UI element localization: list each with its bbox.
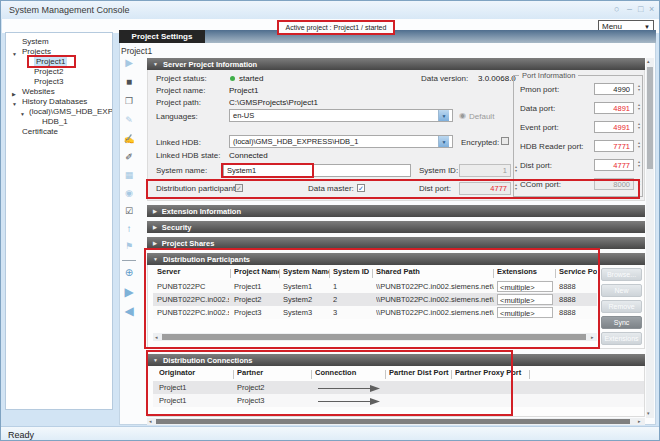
section-header-extension-information[interactable]: ▶ Extension Information bbox=[147, 205, 645, 217]
save-icon[interactable]: ▦ bbox=[121, 170, 137, 180]
app-window: System Management Console ○ – □ × Active… bbox=[0, 0, 660, 441]
scrollbar-thumb[interactable] bbox=[162, 334, 586, 340]
pin-icon[interactable]: ⚑ bbox=[121, 241, 137, 251]
section-header-project-shares[interactable]: ▶ Project Shares bbox=[147, 237, 645, 249]
scrollbar-thumb[interactable] bbox=[156, 419, 630, 424]
system-id-label: System ID: bbox=[419, 166, 458, 175]
scroll-left-icon[interactable]: ◂ bbox=[149, 418, 152, 425]
extensions-button[interactable]: Extensions bbox=[601, 332, 642, 345]
main-h-scrollbar[interactable]: ◂ ▸ bbox=[147, 418, 645, 425]
sync-button[interactable]: Sync bbox=[601, 316, 642, 329]
tree-item-certificate[interactable]: Certificate bbox=[6, 127, 112, 137]
link-hdb-icon[interactable]: ✐ bbox=[121, 152, 137, 162]
languages-dropdown[interactable]: en-US ▼ bbox=[229, 109, 453, 122]
system-name-input[interactable]: System1 bbox=[223, 164, 411, 177]
pmon-port-label: Pmon port: bbox=[520, 85, 559, 94]
tree-item-project1[interactable]: Project1 bbox=[6, 57, 112, 67]
extensions-cell[interactable]: <multiple> bbox=[497, 294, 553, 305]
dist-port-info-stepper[interactable]: 4777 bbox=[594, 159, 634, 171]
new-button[interactable]: New bbox=[601, 284, 642, 297]
forward-icon[interactable]: ▶ bbox=[121, 285, 137, 299]
edit-project-icon[interactable]: ✎ bbox=[121, 115, 137, 125]
tree-item-project3[interactable]: Project3 bbox=[6, 77, 112, 87]
tree-item-hdb1[interactable]: HDB_1 bbox=[6, 117, 112, 127]
participants-row-3[interactable]: PUNBT022PC.in002.sieme Project3 System3 … bbox=[153, 306, 597, 319]
connections-row-1[interactable]: Project1 Project2 bbox=[153, 381, 644, 394]
pmon-port-stepper[interactable]: 4990 bbox=[594, 83, 634, 95]
tree-item-project2[interactable]: Project2 bbox=[6, 67, 112, 77]
participants-row-2[interactable]: PUNBT022PC.in002.sieme Project2 System2 … bbox=[153, 293, 597, 306]
start-project-icon[interactable]: ▶ bbox=[121, 57, 137, 68]
new-project-icon[interactable]: ❐ bbox=[121, 96, 137, 106]
encrypted-label: Encrypted: bbox=[461, 138, 499, 147]
stop-circle-icon[interactable]: ◉ bbox=[121, 188, 137, 198]
add-icon[interactable]: ⊕ bbox=[121, 267, 137, 278]
scroll-up-icon[interactable]: ▴ bbox=[647, 58, 650, 65]
back-icon[interactable]: ◀ bbox=[121, 304, 137, 318]
maximize-button[interactable]: □ bbox=[638, 4, 643, 14]
connection-arrow-icon bbox=[318, 385, 380, 392]
minimize-button[interactable]: – bbox=[627, 4, 632, 14]
dist-port-info-label: Dist port: bbox=[520, 161, 552, 170]
extensions-cell[interactable]: <multiple> bbox=[497, 281, 553, 292]
scroll-left-icon[interactable]: ◂ bbox=[155, 334, 158, 341]
distribution-participant-checkbox[interactable]: ✓ bbox=[235, 184, 243, 192]
dropdown-arrow-icon[interactable]: ▼ bbox=[438, 110, 449, 121]
tree-item-projects[interactable]: ▼Projects bbox=[6, 47, 112, 57]
scrollbar-thumb[interactable] bbox=[647, 67, 653, 169]
dropdown-arrow-icon[interactable]: ▼ bbox=[438, 136, 449, 147]
window-title: System Management Console bbox=[9, 5, 130, 15]
section-header-server-project-information[interactable]: ▼ Server Project Information bbox=[147, 58, 645, 70]
extensions-cell[interactable]: <multiple> bbox=[497, 307, 553, 318]
linked-hdb-dropdown[interactable]: (local)\GMS_HDB_EXPRESS\HDB_1 ▼ bbox=[229, 135, 453, 148]
stop-project-icon[interactable]: ■ bbox=[121, 76, 137, 87]
connections-row-2[interactable]: Project1 Project3 bbox=[153, 394, 644, 407]
system-id-stepper[interactable]: 1 bbox=[459, 164, 511, 177]
spinner-arrows-icon[interactable]: ▴▾ bbox=[638, 141, 640, 149]
data-version-value: 3.0.0068.0 bbox=[478, 74, 516, 83]
main-v-scrollbar[interactable]: ▴ ▾ bbox=[646, 58, 654, 418]
data-port-stepper[interactable]: 4891 bbox=[594, 102, 634, 114]
close-button[interactable]: × bbox=[649, 4, 654, 14]
browse-button[interactable]: Browse... bbox=[601, 268, 642, 281]
status-bar bbox=[1, 426, 660, 441]
distribution-participant-label: Distribution participant: bbox=[156, 184, 237, 193]
tree-item-system[interactable]: System bbox=[6, 37, 112, 47]
spinner-arrows-icon[interactable]: ▴▾ bbox=[638, 160, 640, 168]
ccom-port-stepper[interactable]: 8000 bbox=[594, 178, 634, 190]
participants-h-scrollbar[interactable]: ◂ ▸ bbox=[153, 333, 597, 341]
tree-item-gms-hdb-express[interactable]: ▼(local)\GMS_HDB_EXPRESS bbox=[6, 107, 112, 117]
project-status-value: started bbox=[239, 74, 263, 83]
tab-project-settings[interactable]: Project Settings bbox=[119, 30, 205, 43]
default-radio[interactable]: ◉ bbox=[459, 111, 466, 120]
upload-icon[interactable]: ↑ bbox=[121, 223, 137, 234]
section-collapsed-icon: ▶ bbox=[153, 208, 157, 214]
languages-label: Languages: bbox=[156, 112, 198, 121]
project-path-value: C:\GMSProjects\Project1 bbox=[229, 98, 318, 107]
system-tree: System ▼Projects Project1 Project2 Proje… bbox=[5, 32, 113, 410]
scroll-down-icon[interactable]: ▾ bbox=[647, 410, 650, 417]
lock-icon: ○ bbox=[614, 4, 619, 14]
spinner-arrows-icon[interactable]: ▴▾ bbox=[638, 179, 640, 187]
scroll-right-icon[interactable]: ▸ bbox=[591, 334, 594, 341]
encrypted-checkbox[interactable] bbox=[501, 137, 509, 145]
modify-project-icon[interactable]: ✍ bbox=[121, 134, 137, 144]
spinner-arrows-icon[interactable]: ▴▾ bbox=[638, 84, 640, 92]
event-port-stepper[interactable]: 4991 bbox=[594, 121, 634, 133]
hdb-reader-port-stepper[interactable]: 7771 bbox=[594, 140, 634, 152]
tree-item-websites[interactable]: ▶Websites bbox=[6, 87, 112, 97]
tree-item-history-databases[interactable]: ▼History Databases bbox=[6, 97, 112, 107]
section-header-security[interactable]: ▶ Security bbox=[147, 221, 645, 233]
scroll-right-icon[interactable]: ▸ bbox=[638, 418, 641, 425]
validate-icon[interactable]: ☑ bbox=[121, 206, 137, 216]
section-expanded-icon: ▼ bbox=[153, 256, 158, 262]
participants-row-1[interactable]: PUNBT022PC Project1 System1 1 \\PUNBT022… bbox=[153, 280, 597, 293]
project-path-label: Project path: bbox=[156, 98, 201, 107]
dist-port-stepper[interactable]: 4777 bbox=[459, 182, 511, 195]
spinner-arrows-icon[interactable]: ▴▾ bbox=[638, 103, 640, 111]
section-header-distribution-connections[interactable]: ▼ Distribution Connections bbox=[147, 354, 645, 366]
remove-button[interactable]: Remove bbox=[601, 300, 642, 313]
data-master-checkbox[interactable]: ✓ bbox=[357, 184, 365, 192]
spinner-arrows-icon[interactable]: ▴▾ bbox=[638, 122, 640, 130]
section-header-distribution-participants[interactable]: ▼ Distribution Participants bbox=[147, 253, 645, 265]
